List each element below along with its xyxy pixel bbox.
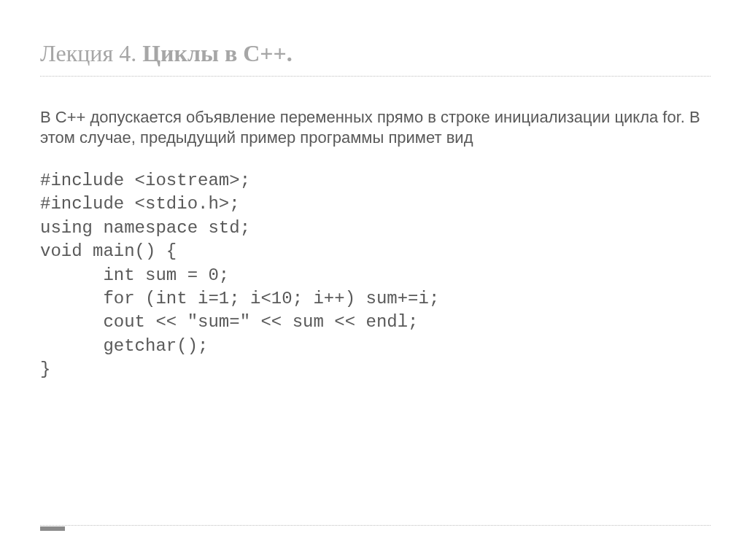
slide: Лекция 4. Циклы в С++. В С++ допускается… bbox=[0, 0, 747, 411]
intro-paragraph: В С++ допускается объявление переменных … bbox=[40, 107, 711, 147]
code-block: #include <iostream>; #include <stdio.h>;… bbox=[40, 169, 711, 382]
title-prefix: Лекция 4. bbox=[40, 40, 142, 66]
slide-title: Лекция 4. Циклы в С++. bbox=[40, 40, 711, 77]
bottom-divider bbox=[40, 525, 711, 531]
bottom-accent bbox=[40, 526, 65, 531]
title-bold: Циклы в С++. bbox=[142, 40, 293, 66]
